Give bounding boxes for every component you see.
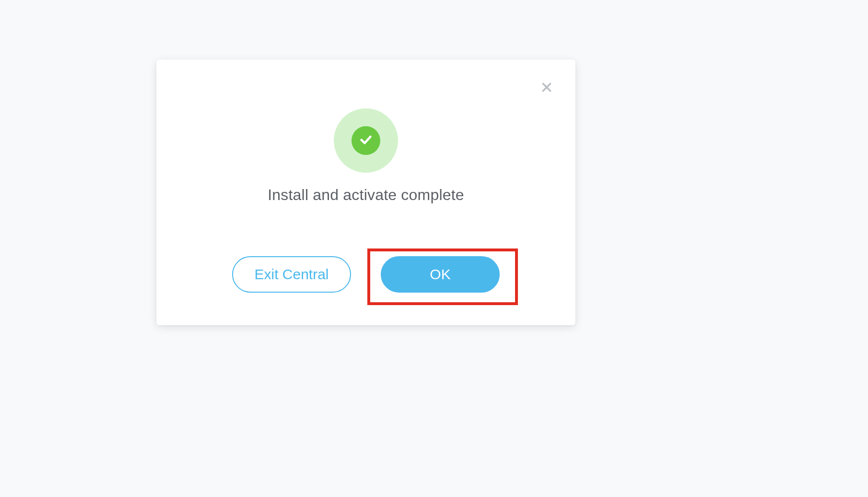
ok-label: OK — [430, 266, 450, 283]
checkmark-icon — [358, 132, 374, 149]
close-button[interactable] — [538, 80, 555, 97]
success-badge — [334, 108, 398, 173]
exit-central-button[interactable]: Exit Central — [232, 256, 351, 293]
completion-dialog: Install and activate complete Exit Centr… — [156, 59, 575, 325]
dialog-message: Install and activate complete — [156, 186, 575, 204]
ok-button[interactable]: OK — [381, 256, 500, 293]
close-icon — [540, 81, 553, 95]
success-badge-inner — [352, 126, 380, 155]
dialog-button-row: Exit Central OK — [156, 256, 575, 293]
exit-central-label: Exit Central — [254, 266, 328, 283]
